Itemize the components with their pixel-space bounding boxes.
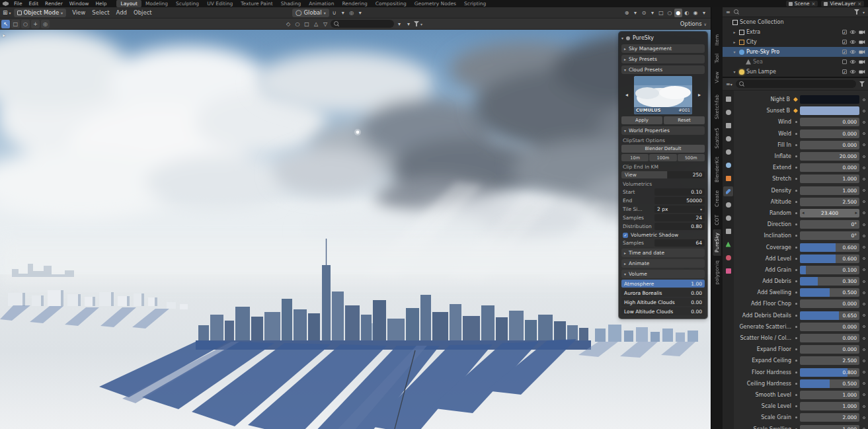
eye-icon[interactable] [849,69,856,74]
npanel-tab-cot[interactable]: COT [713,212,721,229]
outliner-row-sea[interactable]: Sea [723,57,868,67]
channel-dot[interactable] [795,315,797,317]
snap-dropdown-icon[interactable]: ▾ [339,9,347,17]
eye-icon[interactable] [849,30,856,34]
preset-next-icon[interactable]: ▸ [698,92,701,98]
filter-dropdown-icon[interactable]: ▾ [863,10,865,15]
field-start[interactable]: 0.10 [654,188,705,196]
outliner-row-city[interactable]: ▸City✓ [723,37,868,47]
workspace-tab-compositing[interactable]: Compositing [372,0,411,7]
decorator-dot[interactable] [863,223,865,226]
toggle-volumetric-shadow[interactable]: ✓Volumetric Shadow [621,232,705,238]
decorator-dot[interactable] [863,337,865,340]
viewlayer-unlink-icon[interactable]: × [857,1,861,7]
slider-ceiling-hardness[interactable]: 0.500 [800,379,859,388]
toolbar-expand-icon[interactable]: ▸ [3,32,5,38]
camera-icon[interactable] [859,69,865,74]
clip-10m-button[interactable]: 10m [621,154,649,161]
decorator-dot[interactable] [863,280,865,283]
decorator-dot[interactable] [863,393,865,396]
decorator-dot[interactable] [863,314,865,317]
menu-file[interactable]: File [11,1,26,7]
disclosure-right-icon[interactable]: ▸ [732,40,737,44]
volume-slider-low-altitude-clouds[interactable]: Low Altitude Clouds0.00 [621,307,705,315]
section-world-properties[interactable]: ▾ World Properties [621,126,705,135]
clip-100m-button[interactable]: 100m [649,154,676,161]
properties-tab-modifiers[interactable] [723,186,733,196]
decorator-dot[interactable] [863,292,865,294]
slider-add-swelling[interactable]: 0.500 [800,288,859,297]
reset-button[interactable]: Reset [664,116,705,124]
decorator-dot[interactable] [863,268,865,271]
properties-tab-view-layer[interactable] [723,134,733,143]
npanel-tab-tool[interactable]: Tool [713,50,721,67]
slider-add-grain[interactable]: 0.100 [800,266,859,274]
channel-dot[interactable] [795,133,797,135]
properties-tab-data[interactable] [723,239,733,249]
filter-dropdown-icon[interactable]: ▾ [420,22,422,26]
slider-scale-grain[interactable]: 2.000 [800,413,859,422]
channel-dot[interactable] [795,360,797,362]
menu-help[interactable]: Help [92,1,110,7]
slider-scatter-hole-col[interactable]: 0.000 [800,334,859,342]
viewport-scene[interactable] [0,30,711,429]
snap-magnet-icon[interactable]: ∪ [331,9,338,17]
decorator-dot[interactable] [863,303,865,305]
channel-dot[interactable] [795,223,797,225]
npanel-tab-create[interactable]: Create [713,187,721,210]
viewlayer-selector[interactable]: ViewLayer × [821,1,864,7]
channel-dot[interactable] [795,144,797,146]
npanel-tab-scatter5[interactable]: Scatter5 [713,124,721,152]
channel-dot[interactable] [795,303,797,305]
properties-tab-material[interactable] [723,253,733,262]
field-tile-si[interactable]: 2 px▾ [654,206,705,213]
slider-smooth-level[interactable]: 1.000 [800,391,859,399]
scene-selector[interactable]: Scene × [786,1,818,7]
orientation-selector[interactable]: ◯ Global ▾ [292,9,329,17]
slider-wind[interactable]: 0.000 [800,118,859,126]
filter-funnel-icon[interactable] [854,9,859,15]
tool-cursor-icon[interactable]: + [31,20,40,28]
channel-dot[interactable] [795,337,797,339]
gizmo-dropdown-icon[interactable]: ▾ [631,9,639,17]
proportional-edit-icon[interactable]: ◎ [348,9,356,17]
tool-select-circle-icon[interactable]: ○ [21,20,30,28]
workspace-tab-modeling[interactable]: Modeling [141,0,172,7]
cloud-preset-preview[interactable]: CUMULUS #001 [634,76,692,114]
filter-curve-icon[interactable]: ○ [294,20,301,28]
npanel-tab-item[interactable]: Item [713,31,721,49]
workspace-tab-shading[interactable]: Shading [277,0,305,7]
properties-tab-output[interactable] [723,120,733,130]
overlays-icon[interactable]: ⊙ [640,9,648,17]
viewport-search[interactable] [331,20,394,28]
tool-tweak-icon[interactable]: ↖ [1,20,10,28]
decorator-dot[interactable] [863,212,865,214]
section-volume[interactable]: ▾ Volume [621,270,705,278]
keyframe-dot[interactable] [793,97,798,102]
decorator-dot[interactable] [863,371,865,373]
disclosure-down-icon[interactable]: ▾ [732,69,737,74]
decorator-dot[interactable] [863,257,865,260]
shading-material-icon[interactable]: ◐ [683,9,691,17]
workspace-tab-texture-paint[interactable]: Texture Paint [237,0,276,7]
preset-prev-icon[interactable]: ◂ [625,92,628,98]
workspace-tab-sculpting[interactable]: Sculpting [172,0,203,7]
properties-tab-constraints[interactable] [723,226,733,236]
camera-icon[interactable] [859,30,865,34]
number-field-random[interactable]: ◂23.400▸ [800,209,859,217]
channel-dot[interactable] [795,292,797,293]
decrement-arrow-icon[interactable]: ◂ [802,210,805,215]
workspace-tab-rendering[interactable]: Rendering [338,0,371,7]
filter-mesh-icon[interactable]: ◇ [284,20,292,28]
filter-funnel-icon[interactable] [414,21,419,26]
channel-dot[interactable] [795,212,797,214]
checkbox-icon[interactable]: ✓ [842,69,847,74]
slider-add-debris-details[interactable]: 0.650 [800,311,859,320]
npanel-tab-polygoniq[interactable]: polygoniq [713,257,721,288]
menu-render[interactable]: Render [42,1,66,7]
channel-dot[interactable] [795,269,797,271]
channel-dot[interactable] [795,178,797,180]
slider-add-floor-chop[interactable]: 0.000 [800,299,859,308]
decorator-dot[interactable] [863,235,865,237]
slider-weld[interactable]: 0.000 [800,130,859,138]
